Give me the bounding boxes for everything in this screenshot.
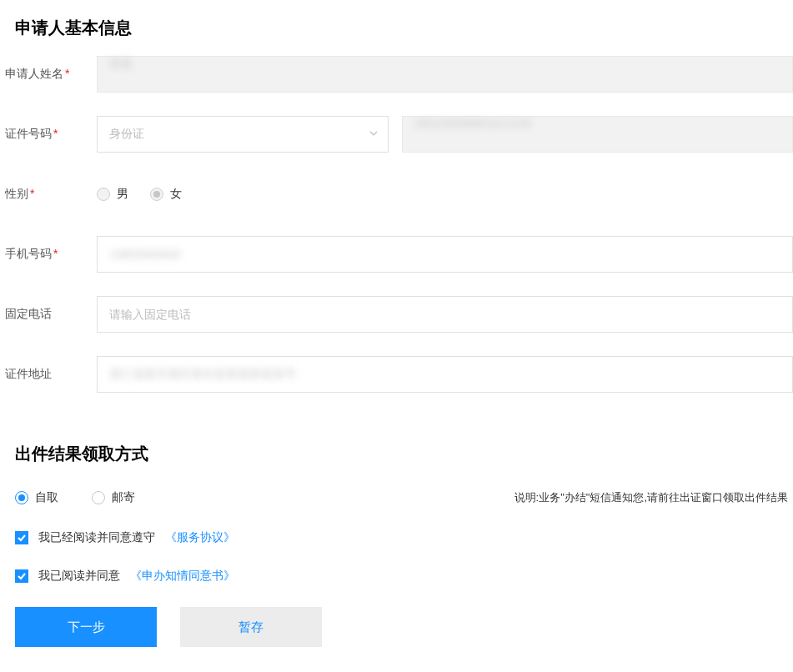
agreement-text: 我已阅读并同意 — [38, 569, 120, 584]
radio-label-pickup: 自取 — [35, 490, 58, 505]
link-service-agreement[interactable]: 《服务协议》 — [165, 530, 235, 545]
label-address: 证件地址 — [5, 367, 97, 382]
section-title-delivery: 出件结果领取方式 — [0, 426, 793, 482]
address-input[interactable]: 浙江省某市某区某街道某某路某某号 — [97, 356, 793, 393]
radio-icon — [15, 491, 28, 504]
radio-label-female: 女 — [170, 187, 182, 202]
label-mobile: 手机号码* — [5, 247, 97, 262]
row-agreement-service: 我已经阅读并同意遵守 《服务协议》 — [0, 530, 793, 545]
delivery-note: 说明:业务"办结"短信通知您,请前往出证窗口领取出件结果 — [514, 490, 788, 505]
row-mobile: 手机号码* 13800000000 — [0, 236, 793, 273]
radio-gender-male[interactable]: 男 — [97, 187, 128, 202]
id-number-input: 330100200001011234 — [402, 116, 793, 153]
landline-input[interactable] — [97, 296, 793, 333]
check-icon — [17, 571, 27, 581]
mobile-input[interactable]: 13800000000 — [97, 236, 793, 273]
checkbox-consent[interactable] — [15, 569, 28, 583]
row-agreement-consent: 我已阅读并同意 《申办知情同意书》 — [0, 569, 793, 584]
radio-icon — [97, 188, 110, 201]
label-gender: 性别* — [5, 187, 97, 202]
row-address: 证件地址 浙江省某市某区某街道某某路某某号 — [0, 356, 793, 393]
radio-label-male: 男 — [117, 187, 128, 202]
id-type-selected: 身份证 — [109, 127, 144, 142]
radio-icon — [150, 188, 163, 201]
radio-pickup[interactable]: 自取 — [15, 490, 58, 505]
save-draft-button[interactable]: 暂存 — [180, 607, 322, 647]
link-consent-form[interactable]: 《申办知情同意书》 — [130, 569, 235, 584]
label-landline: 固定电话 — [5, 307, 97, 322]
check-icon — [17, 533, 27, 543]
radio-mail[interactable]: 邮寄 — [92, 490, 135, 505]
applicant-name-input: 张某 — [97, 56, 793, 93]
checkbox-service-agreement[interactable] — [15, 531, 28, 544]
row-applicant-name: 申请人姓名* 张某 — [0, 56, 793, 93]
radio-icon — [92, 491, 105, 504]
label-applicant-name: 申请人姓名* — [5, 67, 97, 82]
row-id-number: 证件号码* 身份证 330100200001011234 — [0, 116, 793, 153]
row-delivery-method: 自取 邮寄 说明:业务"办结"短信通知您,请前往出证窗口领取出件结果 — [0, 490, 793, 505]
section-title-basic-info: 申请人基本信息 — [0, 0, 793, 56]
next-button[interactable]: 下一步 — [15, 607, 157, 647]
agreement-text: 我已经阅读并同意遵守 — [38, 530, 155, 545]
label-id-number: 证件号码* — [5, 127, 97, 142]
radio-gender-female[interactable]: 女 — [150, 187, 182, 202]
radio-label-mail: 邮寄 — [112, 490, 135, 505]
row-landline: 固定电话 — [0, 296, 793, 333]
button-row: 下一步 暂存 — [0, 607, 793, 647]
row-gender: 性别* 男 女 — [0, 176, 793, 213]
id-type-select[interactable]: 身份证 — [97, 116, 389, 153]
